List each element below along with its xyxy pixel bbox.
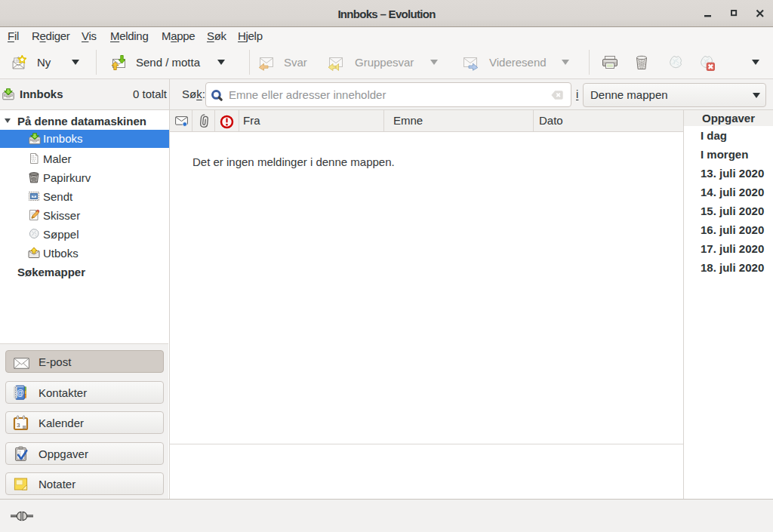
svg-text:3: 3 — [17, 422, 20, 429]
svg-text:@: @ — [17, 389, 24, 397]
